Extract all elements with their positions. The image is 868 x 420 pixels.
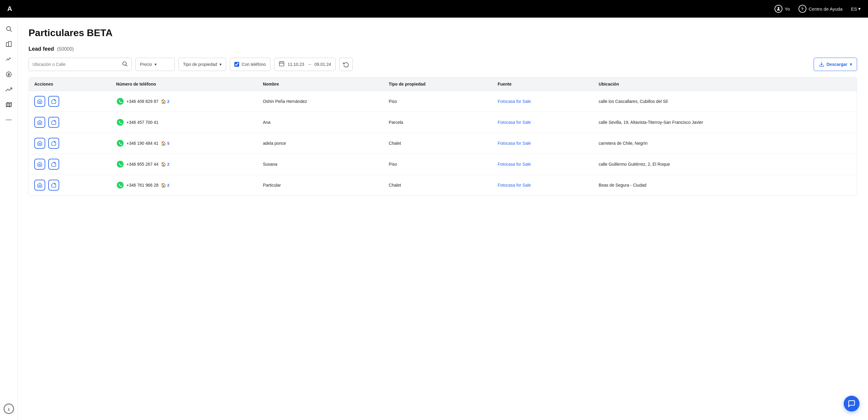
- col-ubicacion: Ubicación: [593, 77, 857, 91]
- action-home-bell-icon[interactable]: [48, 180, 59, 191]
- cell-nombre: Susana: [257, 154, 383, 175]
- con-telefono-checkbox[interactable]: [234, 62, 239, 67]
- tipo-propiedad-label: Tipo de propiedad: [183, 62, 217, 67]
- cell-ubicacion: calle Guillermo Gutiérrez, 2, El Roque: [593, 154, 857, 175]
- svg-point-0: [6, 27, 10, 31]
- chat-bubble-button[interactable]: [844, 396, 860, 412]
- phone-badge[interactable]: 🏠 5: [161, 141, 169, 146]
- action-home-bell-icon[interactable]: [48, 159, 59, 170]
- table-row: +346 190 484 41 🏠 5 adela ponceChaletFot…: [29, 133, 857, 154]
- lang-chevron-icon: ▾: [858, 6, 861, 11]
- sidebar-item-chart[interactable]: [2, 83, 15, 96]
- cell-fuente: Fotocasa for Sale: [492, 154, 593, 175]
- sidebar-info[interactable]: [2, 402, 15, 415]
- con-telefono-filter[interactable]: Con teléfono: [230, 58, 270, 71]
- topnav-user[interactable]: Yo: [775, 5, 790, 13]
- sidebar: [0, 18, 18, 420]
- precio-label: Precio: [140, 62, 152, 67]
- col-telefono: Número de teléfono: [111, 77, 258, 91]
- sidebar-item-more[interactable]: [2, 114, 15, 126]
- table-row: +346 408 829 87 🏠 2 Oshin Peña Hernández…: [29, 91, 857, 112]
- precio-chevron-icon: ▾: [154, 62, 157, 67]
- svg-point-29: [54, 183, 56, 185]
- action-home-icon[interactable]: [34, 96, 45, 107]
- date-arrow-icon: →: [307, 62, 311, 67]
- help-label: Centro de Ayuda: [809, 6, 842, 11]
- whatsapp-icon[interactable]: [116, 160, 124, 168]
- cell-acciones: [29, 91, 111, 112]
- topnav: A Yo ? Centro de Ayuda ES ▾: [0, 0, 868, 18]
- cell-telefono: +346 190 484 41 🏠 5: [111, 133, 258, 154]
- user-circle-icon: [775, 5, 782, 13]
- cell-fuente: Fotocasa for Sale: [492, 175, 593, 196]
- action-home-icon[interactable]: [34, 117, 45, 128]
- refresh-button[interactable]: [339, 58, 353, 71]
- date-to: 09.01.24: [314, 62, 331, 67]
- lead-feed-count: (50000): [57, 46, 74, 52]
- fuente-link[interactable]: Fotocasa for Sale: [498, 162, 531, 167]
- topnav-help[interactable]: ? Centro de Ayuda: [799, 5, 842, 13]
- fuente-link[interactable]: Fotocasa for Sale: [498, 141, 531, 146]
- svg-point-21: [54, 99, 56, 101]
- cell-telefono: +346 457 700 41: [111, 112, 258, 133]
- sidebar-item-pricing[interactable]: [2, 68, 15, 81]
- sidebar-item-map[interactable]: [2, 98, 15, 111]
- fuente-link[interactable]: Fotocasa for Sale: [498, 99, 531, 104]
- search-input[interactable]: [32, 62, 122, 67]
- table-header-row: Acciones Número de teléfono Nombre Tipo …: [29, 77, 857, 91]
- action-home-icon[interactable]: [34, 138, 45, 149]
- fuente-link[interactable]: Fotocasa for Sale: [498, 183, 531, 188]
- whatsapp-icon[interactable]: [116, 139, 124, 147]
- phone-number: +346 408 829 87: [127, 99, 159, 104]
- sidebar-item-buildings[interactable]: [2, 38, 15, 51]
- cell-telefono: +346 855 267 44 🏠 2: [111, 154, 258, 175]
- phone-badge[interactable]: 🏠 2: [161, 183, 169, 188]
- cell-nombre: adela ponce: [257, 133, 383, 154]
- lead-feed-label: Lead feed: [29, 46, 54, 52]
- date-filter[interactable]: 11.10.23 → 09.01.24: [274, 58, 336, 71]
- cell-ubicacion: Beas de Segura - Ciudad: [593, 175, 857, 196]
- action-home-bell-icon[interactable]: [48, 117, 59, 128]
- leads-table-wrapper: Acciones Número de teléfono Nombre Tipo …: [29, 77, 857, 196]
- phone-badge[interactable]: 🏠 2: [161, 162, 169, 167]
- sidebar-item-analytics[interactable]: [2, 53, 15, 66]
- col-acciones: Acciones: [29, 77, 111, 91]
- precio-filter[interactable]: Precio ▾: [135, 58, 175, 71]
- whatsapp-icon[interactable]: [116, 97, 124, 105]
- cell-ubicacion: calle Sevilla, 19, Altavista-Titerroy-Sa…: [593, 112, 857, 133]
- topnav-right: Yo ? Centro de Ayuda ES ▾: [775, 5, 861, 13]
- con-telefono-label: Con teléfono: [242, 62, 266, 67]
- phone-number: +346 190 484 41: [127, 141, 159, 146]
- svg-point-10: [10, 119, 11, 121]
- cell-tipo: Chalet: [383, 133, 492, 154]
- table-row: +346 457 700 41 AnaParcelaFotocasa for S…: [29, 112, 857, 133]
- search-box[interactable]: [29, 58, 132, 71]
- cell-fuente: Fotocasa for Sale: [492, 112, 593, 133]
- cell-acciones: [29, 112, 111, 133]
- action-home-icon[interactable]: [34, 159, 45, 170]
- topnav-lang[interactable]: ES ▾: [851, 6, 861, 11]
- whatsapp-icon[interactable]: [116, 181, 124, 189]
- action-home-bell-icon[interactable]: [48, 138, 59, 149]
- action-home-icon[interactable]: [34, 180, 45, 191]
- fuente-link[interactable]: Fotocasa for Sale: [498, 120, 531, 125]
- cell-telefono: +346 761 966 28 🏠 2: [111, 175, 258, 196]
- cell-telefono: +346 408 829 87 🏠 2: [111, 91, 258, 112]
- date-from: 11.10.23: [288, 62, 304, 67]
- leads-table: Acciones Número de teléfono Nombre Tipo …: [29, 77, 857, 195]
- col-nombre: Nombre: [257, 77, 383, 91]
- tipo-propiedad-filter[interactable]: Tipo de propiedad ▾: [179, 58, 226, 71]
- svg-point-27: [54, 162, 56, 164]
- phone-badge[interactable]: 🏠 2: [161, 99, 169, 104]
- help-circle-icon: ?: [799, 5, 806, 13]
- logo: A: [7, 5, 12, 13]
- action-home-bell-icon[interactable]: [48, 96, 59, 107]
- content-area: Particulares BETA Lead feed (50000) Prec…: [18, 18, 868, 420]
- download-button[interactable]: Descargar ▾: [814, 58, 857, 71]
- search-icon[interactable]: [122, 61, 128, 68]
- sidebar-item-search[interactable]: [2, 23, 15, 35]
- whatsapp-icon[interactable]: [116, 118, 124, 126]
- phone-number: +346 855 267 44: [127, 162, 159, 167]
- svg-point-9: [8, 119, 9, 121]
- svg-point-24: [117, 119, 124, 126]
